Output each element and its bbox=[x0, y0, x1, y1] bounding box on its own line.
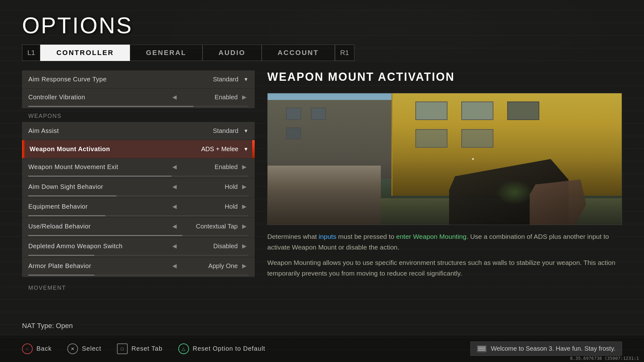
action-select[interactable]: ✕ Select bbox=[67, 343, 101, 354]
progress-bar-armor bbox=[28, 275, 248, 276]
notification-icon bbox=[477, 345, 486, 352]
tab-right-arrow[interactable]: R1 bbox=[335, 45, 354, 61]
detail-description: Determines what inputs must be pressed t… bbox=[267, 231, 622, 310]
detail-title: WEAPON MOUNT ACTIVATION bbox=[267, 70, 622, 84]
desc-highlight-enter: enter Weapon Mounting bbox=[396, 233, 467, 240]
desc-text-4: Weapon Mounting allows you to use specif… bbox=[267, 257, 622, 278]
setting-label-mount-exit: Weapon Mount Movement Exit bbox=[28, 163, 118, 171]
setting-value-depleted: Disabled bbox=[181, 243, 238, 250]
progress-fill-reload bbox=[28, 235, 182, 236]
progress-bar-equip bbox=[28, 215, 248, 216]
setting-label-equip: Equipment Behavior bbox=[28, 203, 88, 210]
action-reset-tab[interactable]: □ Reset Tab bbox=[117, 343, 163, 354]
setting-label-aim-response: Aim Response Curve Type bbox=[28, 76, 107, 83]
arrow-left-vibration[interactable]: ◀ bbox=[170, 93, 179, 101]
value-area-armor: ◀ Apply One ▶ bbox=[170, 262, 248, 270]
select-button-label: Select bbox=[82, 345, 101, 352]
tab-audio[interactable]: AUDIO bbox=[203, 45, 262, 61]
notification-text: Welcome to Season 3. Have fun. Stay fros… bbox=[491, 345, 615, 352]
back-button-icon: ○ bbox=[22, 343, 33, 354]
progress-fill-vibration bbox=[28, 106, 193, 107]
section-movement: Movement bbox=[22, 280, 255, 294]
dropdown-icon-weapon-mount: ▼ bbox=[243, 146, 248, 152]
progress-bar-vibration bbox=[28, 106, 248, 107]
setting-value-mount-exit: Enabled bbox=[181, 163, 238, 171]
desc-text-1: Determines what bbox=[267, 233, 319, 240]
setting-value-reload: Contextual Tap bbox=[181, 223, 238, 230]
progress-bar-ads bbox=[28, 195, 248, 196]
bottom-bar: ○ Back ✕ Select □ Reset Tab △ Reset Opti… bbox=[0, 335, 644, 362]
tab-account[interactable]: ACCOUNT bbox=[262, 45, 335, 61]
reset-tab-button-icon: □ bbox=[117, 343, 128, 354]
progress-fill-armor bbox=[28, 275, 94, 276]
value-area-aim-assist: Standard ▼ bbox=[182, 127, 248, 134]
dropdown-icon-aim-assist: ▼ bbox=[243, 128, 248, 134]
setting-label-armor: Armor Plate Behavior bbox=[28, 262, 91, 270]
scene-overlay bbox=[268, 93, 622, 225]
setting-value-aim-response: Standard bbox=[182, 76, 238, 83]
arrow-right-vibration[interactable]: ▶ bbox=[240, 93, 248, 101]
arrow-right-mount-exit[interactable]: ▶ bbox=[240, 163, 248, 171]
arrow-right-armor[interactable]: ▶ bbox=[240, 262, 248, 270]
back-button-label: Back bbox=[36, 345, 52, 352]
action-back[interactable]: ○ Back bbox=[22, 343, 52, 354]
reset-option-button-label: Reset Option to Default bbox=[193, 345, 265, 352]
arrow-left-armor[interactable]: ◀ bbox=[170, 262, 179, 270]
setting-use-reload[interactable]: Use/Reload Behavior ◀ Contextual Tap ▶ bbox=[22, 218, 255, 238]
setting-label-aim-assist: Aim Assist bbox=[28, 127, 59, 134]
arrow-right-ads[interactable]: ▶ bbox=[240, 183, 248, 191]
reset-option-button-icon: △ bbox=[178, 343, 189, 354]
setting-value-aim-assist: Standard bbox=[182, 127, 238, 134]
tab-controller[interactable]: CONTROLLER bbox=[40, 45, 130, 61]
tab-general[interactable]: GENERAL bbox=[130, 45, 203, 61]
arrow-right-depleted[interactable]: ▶ bbox=[240, 242, 248, 250]
arrow-left-depleted[interactable]: ◀ bbox=[170, 242, 179, 250]
setting-depleted-ammo[interactable]: Depleted Ammo Weapon Switch ◀ Disabled ▶ bbox=[22, 238, 255, 257]
desc-highlight-inputs: inputs bbox=[319, 233, 336, 240]
arrow-right-reload[interactable]: ▶ bbox=[240, 222, 248, 230]
setting-equipment-behavior[interactable]: Equipment Behavior ◀ Hold ▶ bbox=[22, 198, 255, 218]
setting-weapon-mount-activation[interactable]: Weapon Mount Activation ADS + Melee ▼ bbox=[22, 140, 255, 158]
progress-bar-reload bbox=[28, 235, 248, 236]
value-area-reload: ◀ Contextual Tap ▶ bbox=[170, 222, 248, 230]
value-area-mount-exit: ◀ Enabled ▶ bbox=[170, 163, 248, 171]
arrow-left-mount-exit[interactable]: ◀ bbox=[170, 163, 179, 171]
progress-fill-ads bbox=[28, 195, 116, 196]
arrow-right-equip[interactable]: ▶ bbox=[240, 202, 248, 211]
arrow-left-equip[interactable]: ◀ bbox=[170, 202, 179, 211]
desc-text-2: must be pressed to bbox=[336, 233, 396, 240]
settings-list: Aim Response Curve Type Standard ▼ Contr… bbox=[22, 70, 255, 277]
right-panel: WEAPON MOUNT ACTIVATION bbox=[267, 70, 622, 310]
setting-label-reload: Use/Reload Behavior bbox=[28, 223, 91, 230]
main-container: OPTIONS L1 CONTROLLER GENERAL AUDIO ACCO… bbox=[0, 0, 644, 362]
header: OPTIONS bbox=[0, 0, 644, 45]
setting-label-weapon-mount: Weapon Mount Activation bbox=[30, 145, 110, 153]
tab-left-arrow[interactable]: L1 bbox=[22, 45, 40, 61]
setting-value-ads: Hold bbox=[181, 183, 238, 190]
value-area-vibration: ◀ Enabled ▶ bbox=[170, 93, 248, 101]
coords-bar: 8.35.6976738 (35007:1231:1 bbox=[565, 354, 644, 362]
active-indicator bbox=[252, 140, 255, 158]
setting-value-equip: Hold bbox=[181, 203, 238, 210]
select-button-icon: ✕ bbox=[67, 343, 78, 354]
setting-weapon-mount-exit[interactable]: Weapon Mount Movement Exit ◀ Enabled ▶ bbox=[22, 158, 255, 178]
value-area-depleted: ◀ Disabled ▶ bbox=[170, 242, 248, 250]
arrow-left-reload[interactable]: ◀ bbox=[170, 222, 179, 230]
action-reset-option[interactable]: △ Reset Option to Default bbox=[178, 343, 265, 354]
tabs-bar: L1 CONTROLLER GENERAL AUDIO ACCOUNT R1 bbox=[0, 45, 644, 61]
dropdown-icon-aim-response: ▼ bbox=[243, 77, 248, 82]
setting-value-armor: Apply One bbox=[181, 262, 238, 270]
coords-text: 8.35.6976738 (35007:1231:1 bbox=[570, 356, 639, 361]
setting-label-depleted: Depleted Ammo Weapon Switch bbox=[28, 243, 123, 250]
setting-controller-vibration[interactable]: Controller Vibration ◀ Enabled ▶ bbox=[22, 89, 255, 108]
setting-aim-down-sight[interactable]: Aim Down Sight Behavior ◀ Hold ▶ bbox=[22, 178, 255, 198]
bottom-section: NAT Type: Open bbox=[0, 317, 644, 335]
setting-aim-response-curve[interactable]: Aim Response Curve Type Standard ▼ bbox=[22, 70, 255, 89]
arrow-left-ads[interactable]: ◀ bbox=[170, 183, 179, 191]
setting-value-weapon-mount: ADS + Melee bbox=[182, 145, 238, 153]
value-area-equip: ◀ Hold ▶ bbox=[170, 202, 248, 211]
setting-aim-assist[interactable]: Aim Assist Standard ▼ bbox=[22, 122, 255, 140]
progress-bar-depleted bbox=[28, 255, 248, 256]
scene-vegetation bbox=[496, 180, 533, 205]
setting-armor-plate[interactable]: Armor Plate Behavior ◀ Apply One ▶ bbox=[22, 257, 255, 277]
